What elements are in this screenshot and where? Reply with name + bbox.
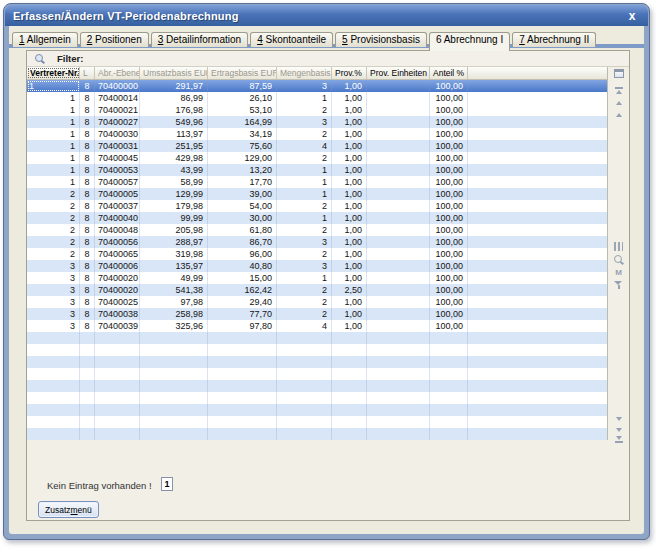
grid-row[interactable]: 387040002049,9915,0011,00100,00 [27,272,607,284]
zusatzmenu-button[interactable]: Zusatzmenü [38,501,99,518]
grid-cell: 8 [80,176,95,188]
grid-row[interactable]: 2870400056288,9786,7031,00100,00 [27,236,607,248]
tab-detailinformation[interactable]: 3 Detailinformation [151,32,248,47]
tab-positionen[interactable]: 2 Positionen [80,32,149,47]
grid-cell [332,392,367,404]
grid-cell: 8 [80,140,95,152]
column-header[interactable]: L [80,67,95,79]
grid-cell: 1,00 [332,296,367,308]
row-down-icon[interactable] [612,413,625,424]
tab-allgemein[interactable]: 1 Allgemein [12,32,78,47]
grid-row-empty[interactable] [27,428,607,440]
grid-cell: 2 [277,296,332,308]
grid-row[interactable]: 3870400006135,9740,8031,00100,00 [27,260,607,272]
grid-cell: 70400031 [95,140,140,152]
grid-cell: 70400053 [95,164,140,176]
grid-row[interactable]: 1870400030113,9734,1921,00100,00 [27,128,607,140]
grid-cell: 70400006 [95,260,140,272]
grid-row[interactable]: 1870400021176,9853,1021,00100,00 [27,104,607,116]
grid-cell: 97,98 [140,296,208,308]
grid-row[interactable]: 3870400038258,9877,7021,00100,00 [27,308,607,320]
grid-cell [80,380,95,392]
page-up-icon[interactable] [612,97,625,108]
grid-cell: 2 [277,308,332,320]
scroll-top-icon[interactable] [612,85,625,96]
grid-cell: 1,00 [332,152,367,164]
grid-row-empty[interactable] [27,344,607,356]
grid-cell [140,416,208,428]
grid-cell: 3 [277,116,332,128]
close-icon[interactable]: x [624,8,640,23]
grid-cell [140,404,208,416]
grid-cell [208,344,277,356]
grid-row[interactable]: 3870400020541,38162,4222,50100,00 [27,284,607,296]
grid-row[interactable]: 187040005343,9913,2011,00100,00 [27,164,607,176]
grid-row-empty[interactable] [27,380,607,392]
grid-cell: 1 [27,140,80,152]
grid-row[interactable]: 1870400031251,9575,6041,00100,00 [27,140,607,152]
grid-cell: 100,00 [430,224,468,236]
page-number-box[interactable]: 1 [161,477,173,491]
grid-cell [367,80,430,92]
title-bar[interactable]: Erfassen/Ändern VT-Periodenabrechnung x [5,5,648,26]
grid-row[interactable]: 2870400005129,9939,0011,00100,00 [27,188,607,200]
grid-row[interactable]: 1870400000291,9787,5931,00100,00 [27,80,607,92]
grid-row-empty[interactable] [27,368,607,380]
grid-row[interactable]: 1870400045429,98129,0021,00100,00 [27,152,607,164]
grid-row[interactable]: 387040002597,9829,4021,00100,00 [27,296,607,308]
column-header[interactable]: Vertreter-Nr. [27,67,80,79]
grid-cell: 8 [80,80,95,92]
grid-cell: 70400020 [95,272,140,284]
grid-row[interactable]: 3870400039325,9697,8041,00100,00 [27,320,607,332]
grid-cell [332,428,367,440]
zoom-icon[interactable] [612,255,625,266]
grid-row-empty[interactable] [27,416,607,428]
column-header[interactable]: Ertragsbasis EUR [208,67,277,79]
grid-row-empty[interactable] [27,356,607,368]
grid-row[interactable]: 287040004099,9930,0011,00100,00 [27,212,607,224]
grid-cell: 70400025 [95,296,140,308]
summary-icon[interactable]: M [612,267,625,278]
grid-cell [208,428,277,440]
grid-cell: 1,00 [332,260,367,272]
column-header[interactable]: Abr.-Ebene [95,67,140,79]
column-header[interactable]: Umsatzbasis EUR [140,67,208,79]
grid-cell [430,380,468,392]
grid-row[interactable]: 187040005758,9917,7011,00100,00 [27,176,607,188]
grid-row[interactable]: 2870400065319,9896,0021,00100,00 [27,248,607,260]
filter-funnel-icon[interactable] [612,279,625,290]
grid-cell [140,428,208,440]
column-select-icon[interactable] [612,241,625,252]
grid-cell: 1,00 [332,116,367,128]
grid-cell: 8 [80,164,95,176]
tab-abrechnung-ii[interactable]: 7 Abrechnung II [512,32,596,47]
grid-cell-filler [468,128,607,140]
tab-abrechnung-i[interactable]: 6 Abrechnung I [429,32,510,51]
grid-cell: 4 [277,320,332,332]
column-header[interactable]: Prov. Einheiten [367,67,430,79]
grid-cell: 1 [27,92,80,104]
dialog-window: Erfassen/Ändern VT-Periodenabrechnung x … [3,3,650,540]
filter-search-icon[interactable] [34,53,45,64]
tab-skontoanteile[interactable]: 4 Skontoanteile [250,32,333,47]
tab-provisionsbasis[interactable]: 5 Provisionsbasis [335,32,427,47]
grid-row[interactable]: 2870400048205,9861,8021,00100,00 [27,224,607,236]
grid-cell [95,368,140,380]
grid-cell [95,344,140,356]
grid-row-empty[interactable] [27,332,607,344]
column-header[interactable]: Anteil % [430,67,468,79]
grid-row-empty[interactable] [27,392,607,404]
grid-row[interactable]: 2870400037179,9854,0021,00100,00 [27,200,607,212]
column-header[interactable]: Mengenbasis [277,67,332,79]
scroll-bottom-icon[interactable] [612,434,625,445]
column-options-icon[interactable] [612,68,625,79]
column-header[interactable]: Prov.% [332,67,367,79]
grid-row-empty[interactable] [27,404,607,416]
grid-row[interactable]: 1870400027549,96164,9931,00100,00 [27,116,607,128]
grid-cell: 3 [277,236,332,248]
row-up-icon[interactable] [612,109,625,120]
grid-cell: 100,00 [430,188,468,200]
grid-cell [208,368,277,380]
grid-row[interactable]: 187040001486,9926,1011,00100,00 [27,92,607,104]
grid-cell: 135,97 [140,260,208,272]
